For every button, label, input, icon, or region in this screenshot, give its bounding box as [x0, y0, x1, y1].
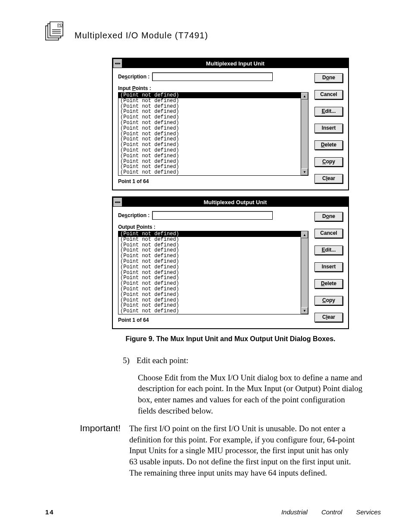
- insert-button[interactable]: Insert: [314, 262, 343, 272]
- list-item[interactable]: (Point not defined): [118, 126, 301, 131]
- edit-button[interactable]: Edit...: [314, 246, 343, 255]
- list-item[interactable]: (Point not defined): [118, 231, 301, 237]
- copy-button[interactable]: Copy: [314, 296, 343, 305]
- copy-button[interactable]: Copy: [314, 157, 343, 167]
- important-text: The first I/O point on the first I/O Uni…: [129, 423, 358, 478]
- cancel-button[interactable]: Cancel: [314, 229, 343, 238]
- delete-button[interactable]: Delete: [314, 140, 343, 150]
- scrollbar[interactable]: ▲ ▼: [301, 93, 308, 175]
- description-label: Description :: [118, 212, 149, 218]
- step-number: 5): [123, 355, 132, 366]
- dialog-title: Multiplexed Input Unit: [122, 60, 348, 67]
- description-label: Description :: [118, 74, 149, 80]
- list-item[interactable]: (Point not defined): [118, 98, 301, 104]
- edit-button[interactable]: Edit...: [314, 107, 343, 116]
- done-button[interactable]: Done: [314, 73, 343, 83]
- input-points-listbox[interactable]: (Point not defined) (Point not defined) …: [118, 93, 301, 175]
- scrollbar[interactable]: ▲ ▼: [301, 231, 308, 314]
- output-points-listbox[interactable]: (Point not defined) (Point not defined) …: [118, 231, 301, 314]
- important-label: Important!: [60, 423, 121, 478]
- mux-output-dialog: Multiplexed Output Unit Description : Ou…: [112, 196, 349, 329]
- cancel-button[interactable]: Cancel: [314, 90, 343, 100]
- clear-button[interactable]: Clear: [314, 174, 343, 184]
- points-label: Output Points :: [118, 224, 308, 230]
- list-item[interactable]: (Point not defined): [118, 292, 301, 298]
- list-item[interactable]: (Point not defined): [118, 259, 301, 264]
- description-input[interactable]: [152, 72, 273, 81]
- step-title: Edit each point:: [137, 355, 188, 366]
- svg-text:PD: PD: [57, 23, 63, 27]
- scroll-down-icon[interactable]: ▼: [301, 168, 308, 175]
- list-item[interactable]: (Point not defined): [118, 237, 301, 243]
- description-input[interactable]: [152, 211, 273, 220]
- list-item[interactable]: (Point not defined): [118, 170, 301, 175]
- page-header-title: Multiplexed I/O Module (T7491): [75, 31, 208, 40]
- scroll-up-icon[interactable]: ▲: [301, 93, 308, 100]
- done-button[interactable]: Done: [314, 212, 343, 221]
- system-menu-icon[interactable]: [113, 59, 122, 68]
- system-menu-icon[interactable]: [113, 197, 122, 207]
- footer-text: Industrial Control Services: [281, 508, 381, 516]
- document-stack-icon: PD: [45, 22, 66, 40]
- list-item[interactable]: (Point not defined): [118, 120, 301, 126]
- dialog-title: Multiplexed Output Unit: [122, 199, 348, 205]
- scroll-down-icon[interactable]: ▼: [301, 307, 308, 314]
- insert-button[interactable]: Insert: [314, 124, 343, 133]
- mux-input-dialog: Multiplexed Input Unit Description : Inp…: [112, 58, 349, 190]
- figure-caption: Figure 9. The Mux Input Unit and Mux Out…: [112, 335, 349, 343]
- page-number: 14: [45, 508, 54, 516]
- scroll-up-icon[interactable]: ▲: [301, 231, 308, 238]
- list-item[interactable]: (Point not defined): [118, 308, 301, 314]
- points-label: Input Points :: [118, 85, 308, 91]
- list-item[interactable]: (Point not defined): [118, 93, 301, 98]
- body-paragraph: Choose Edit from the Mux I/O Unit dialog…: [138, 372, 364, 417]
- clear-button[interactable]: Clear: [314, 313, 343, 322]
- list-item[interactable]: (Point not defined): [118, 148, 301, 153]
- list-item[interactable]: (Point not defined): [118, 153, 301, 159]
- list-item[interactable]: (Point not defined): [118, 264, 301, 270]
- status-text: Point 1 of 64: [118, 178, 308, 184]
- delete-button[interactable]: Delete: [314, 279, 343, 289]
- list-item[interactable]: (Point not defined): [118, 286, 301, 292]
- status-text: Point 1 of 64: [118, 317, 308, 323]
